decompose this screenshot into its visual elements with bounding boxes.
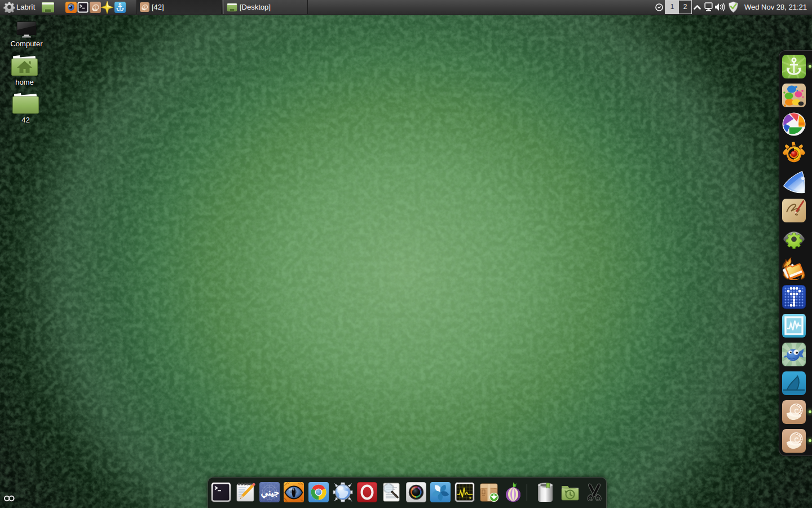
svg-text:جيني: جيني xyxy=(261,488,280,498)
